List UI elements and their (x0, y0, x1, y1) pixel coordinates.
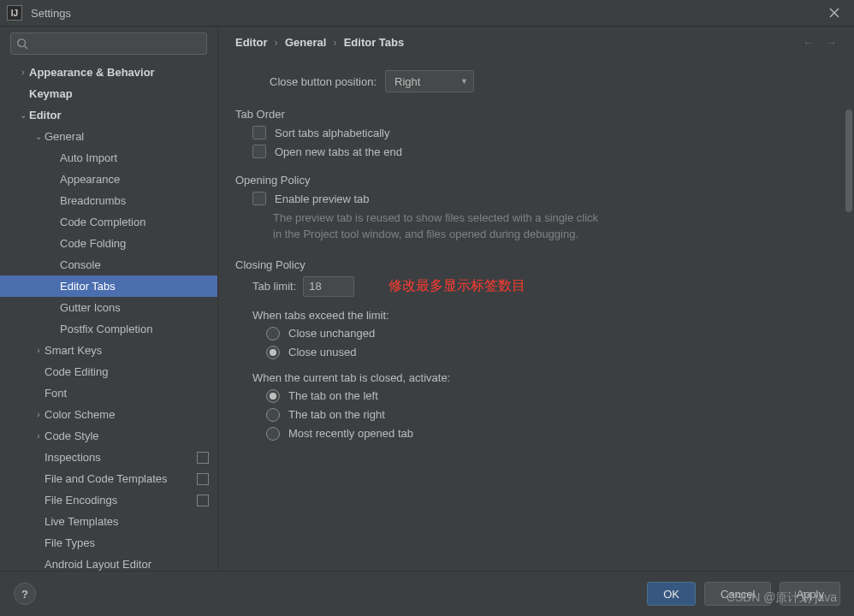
settings-tree: ›Appearance & BehaviorKeymap⌄Editor⌄Gene… (0, 62, 217, 572)
checkbox-open-end[interactable] (252, 145, 266, 158)
annotation-text: 修改最多显示标签数目 (388, 277, 525, 295)
sidebar-item-code-folding[interactable]: Code Folding (0, 233, 217, 254)
content-area: Close button position: Right ▼ Tab Order… (218, 58, 854, 572)
sidebar-item-smart-keys[interactable]: ›Smart Keys (0, 340, 217, 361)
chevron-right-icon: › (17, 68, 29, 77)
sidebar-item-label: Appearance & Behavior (29, 66, 209, 79)
radio-tab-left[interactable] (266, 389, 280, 403)
sidebar-item-label: File Encodings (44, 494, 192, 506)
checkbox-sort-alpha[interactable] (252, 126, 266, 139)
svg-point-0 (18, 39, 26, 47)
breadcrumb-editor[interactable]: Editor (235, 36, 268, 49)
breadcrumb-general[interactable]: General (285, 36, 326, 49)
sidebar-item-label: Live Templates (44, 515, 209, 528)
tab-limit-label: Tab limit: (252, 280, 296, 293)
sidebar-item-keymap[interactable]: Keymap (0, 83, 217, 104)
sidebar-item-live-templates[interactable]: Live Templates (0, 511, 217, 532)
project-scope-icon (197, 452, 209, 464)
nav-back-icon[interactable]: ← (803, 36, 814, 49)
cancel-button[interactable]: Cancel (704, 582, 771, 606)
sidebar-item-file-types[interactable]: File Types (0, 532, 217, 554)
sidebar-item-label: File and Code Templates (44, 472, 192, 485)
combo-value: Right (394, 75, 420, 88)
label-open-end: Open new tabs at the end (275, 145, 402, 158)
dialog-footer: ? OK Cancel Apply (0, 571, 854, 616)
project-scope-icon (197, 473, 209, 485)
close-button-position-label: Close button position: (270, 75, 377, 88)
sidebar-item-label: Editor Tabs (60, 280, 209, 293)
label-most-recent: Most recently opened tab (288, 427, 413, 440)
section-tab-order: Tab Order (235, 108, 837, 121)
main-panel: Editor › General › Editor Tabs ← → Close… (218, 26, 854, 572)
sidebar-item-color-scheme[interactable]: ›Color Scheme (0, 404, 217, 425)
sidebar-item-breadcrumbs[interactable]: Breadcrumbs (0, 190, 217, 211)
sidebar-item-label: Smart Keys (44, 344, 209, 357)
chevron-down-icon: ▼ (460, 77, 468, 86)
sidebar-item-editor[interactable]: ⌄Editor (0, 104, 217, 126)
label-close-unused: Close unused (288, 346, 357, 358)
radio-tab-right[interactable] (266, 408, 280, 422)
radio-close-unused[interactable] (266, 346, 280, 359)
radio-close-unchanged[interactable] (266, 327, 280, 341)
section-opening-policy: Opening Policy (235, 174, 837, 187)
sidebar-item-auto-import[interactable]: Auto Import (0, 147, 217, 169)
hint-preview-line2: in the Project tool window, and files op… (273, 227, 837, 243)
sidebar-item-code-completion[interactable]: Code Completion (0, 211, 217, 233)
sidebar-item-code-editing[interactable]: Code Editing (0, 361, 217, 382)
sidebar-item-label: Android Layout Editor (44, 558, 209, 571)
sidebar-item-font[interactable]: Font (0, 382, 217, 404)
sidebar-item-label: Font (44, 387, 209, 400)
activate-title: When the current tab is closed, activate… (252, 371, 450, 384)
sidebar-item-label: Auto Import (60, 151, 209, 164)
sidebar-item-code-style[interactable]: ›Code Style (0, 425, 217, 447)
sidebar-item-editor-tabs[interactable]: Editor Tabs (0, 275, 217, 297)
close-button-position-combo[interactable]: Right ▼ (385, 70, 474, 92)
sidebar-item-label: Console (60, 258, 209, 271)
radio-most-recent[interactable] (266, 427, 280, 441)
sidebar-item-label: Inspections (44, 451, 192, 464)
checkbox-enable-preview[interactable] (252, 192, 266, 205)
sidebar-item-label: Breadcrumbs (60, 194, 209, 207)
sidebar-item-label: Code Editing (44, 365, 209, 378)
label-tab-left: The tab on the left (288, 389, 378, 402)
ok-button[interactable]: OK (647, 582, 696, 606)
apply-button[interactable]: Apply (780, 582, 840, 606)
chevron-right-icon: › (275, 36, 278, 49)
sidebar-item-label: Postfix Completion (60, 323, 209, 335)
scrollbar-thumb[interactable] (845, 110, 852, 212)
chevron-right-icon: › (33, 410, 44, 419)
sidebar-item-appearance-behavior[interactable]: ›Appearance & Behavior (0, 62, 217, 83)
sidebar-item-label: Code Completion (60, 216, 209, 228)
label-sort-alpha: Sort tabs alphabetically (275, 127, 389, 139)
sidebar-item-label: Code Folding (60, 237, 209, 250)
chevron-right-icon: › (333, 36, 336, 49)
sidebar-item-gutter-icons[interactable]: Gutter Icons (0, 297, 217, 318)
sidebar-item-postfix-completion[interactable]: Postfix Completion (0, 318, 217, 340)
window-close-button[interactable] (821, 0, 847, 26)
chevron-down-icon: ⌄ (33, 132, 44, 141)
sidebar-item-android-layout-editor[interactable]: Android Layout Editor (0, 554, 217, 572)
breadcrumb: Editor › General › Editor Tabs ← → (218, 26, 854, 58)
search-input-wrapper[interactable] (10, 33, 207, 55)
sidebar-item-label: Color Scheme (44, 408, 209, 421)
sidebar-item-label: Gutter Icons (60, 301, 209, 314)
tab-limit-input[interactable]: 18 (303, 276, 354, 297)
help-button[interactable]: ? (14, 583, 36, 605)
sidebar-item-label: Editor (29, 109, 209, 121)
search-input[interactable] (32, 37, 201, 51)
sidebar-item-general[interactable]: ⌄General (0, 126, 217, 147)
nav-forward-icon[interactable]: → (826, 36, 837, 49)
project-scope-icon (197, 495, 209, 506)
sidebar-item-inspections[interactable]: Inspections (0, 447, 217, 468)
exceed-title: When tabs exceed the limit: (252, 309, 389, 322)
label-close-unchanged: Close unchanged (288, 327, 375, 340)
sidebar-item-console[interactable]: Console (0, 254, 217, 275)
sidebar-item-appearance[interactable]: Appearance (0, 169, 217, 190)
label-tab-right: The tab on the right (288, 408, 385, 421)
titlebar: IJ Settings (0, 0, 854, 27)
settings-sidebar: ›Appearance & BehaviorKeymap⌄Editor⌄Gene… (0, 26, 218, 572)
chevron-right-icon: › (33, 346, 44, 355)
sidebar-item-file-and-code-templates[interactable]: File and Code Templates (0, 468, 217, 489)
close-icon (829, 8, 839, 18)
sidebar-item-file-encodings[interactable]: File Encodings (0, 489, 217, 511)
